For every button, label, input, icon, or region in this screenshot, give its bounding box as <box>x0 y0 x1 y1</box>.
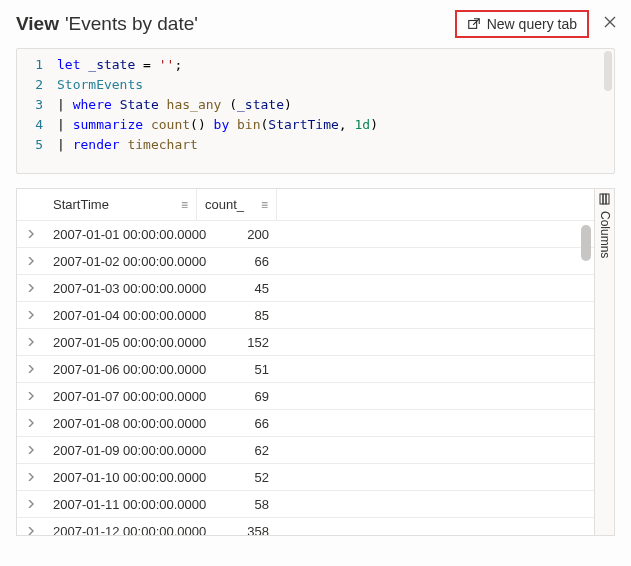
cell-count: 200 <box>197 227 277 242</box>
chevron-right-icon <box>27 527 35 535</box>
cell-count: 152 <box>197 335 277 350</box>
cell-starttime: 2007-01-08 00:00:00.0000 <box>45 416 197 431</box>
query-editor[interactable]: 1let _state = '';2StormEvents3 | where S… <box>16 48 615 174</box>
grid-body[interactable]: 2007-01-01 00:00:00.00002002007-01-02 00… <box>17 221 594 535</box>
chevron-right-icon <box>27 257 35 265</box>
title-group: View 'Events by date' <box>16 13 198 35</box>
table-row[interactable]: 2007-01-04 00:00:00.000085 <box>17 302 594 329</box>
chevron-right-icon <box>27 230 35 238</box>
chevron-right-icon <box>27 338 35 346</box>
row-expander[interactable] <box>17 310 45 321</box>
row-expander[interactable] <box>17 337 45 348</box>
table-row[interactable]: 2007-01-06 00:00:00.000051 <box>17 356 594 383</box>
line-number: 4 <box>17 115 57 135</box>
cell-count: 85 <box>197 308 277 323</box>
close-button[interactable] <box>599 11 621 37</box>
table-row[interactable]: 2007-01-02 00:00:00.000066 <box>17 248 594 275</box>
header-actions: New query tab <box>455 10 621 38</box>
code-line: 4 | summarize count() by bin(StartTime, … <box>17 115 614 135</box>
line-number: 5 <box>17 135 57 155</box>
table-row[interactable]: 2007-01-10 00:00:00.000052 <box>17 464 594 491</box>
chevron-right-icon <box>27 500 35 508</box>
code-text[interactable]: let _state = ''; <box>57 55 182 75</box>
row-expander[interactable] <box>17 364 45 375</box>
table-row[interactable]: 2007-01-07 00:00:00.000069 <box>17 383 594 410</box>
table-row[interactable]: 2007-01-12 00:00:00.0000358 <box>17 518 594 535</box>
row-expander[interactable] <box>17 418 45 429</box>
cell-starttime: 2007-01-02 00:00:00.0000 <box>45 254 197 269</box>
editor-scrollbar[interactable] <box>604 51 612 91</box>
row-expander[interactable] <box>17 526 45 536</box>
cell-starttime: 2007-01-07 00:00:00.0000 <box>45 389 197 404</box>
row-expander[interactable] <box>17 256 45 267</box>
cell-starttime: 2007-01-12 00:00:00.0000 <box>45 524 197 536</box>
cell-starttime: 2007-01-01 00:00:00.0000 <box>45 227 197 242</box>
table-row[interactable]: 2007-01-01 00:00:00.0000200 <box>17 221 594 248</box>
columns-icon <box>599 193 611 205</box>
cell-starttime: 2007-01-06 00:00:00.0000 <box>45 362 197 377</box>
chevron-right-icon <box>27 392 35 400</box>
chevron-right-icon <box>27 284 35 292</box>
cell-starttime: 2007-01-09 00:00:00.0000 <box>45 443 197 458</box>
chevron-right-icon <box>27 419 35 427</box>
new-query-tab-button[interactable]: New query tab <box>455 10 589 38</box>
svg-rect-0 <box>468 21 476 29</box>
line-number: 1 <box>17 55 57 75</box>
grid-header: StartTime ≡ count_ ≡ <box>17 189 594 221</box>
column-header-label: count_ <box>205 197 244 212</box>
row-expander[interactable] <box>17 445 45 456</box>
cell-starttime: 2007-01-03 00:00:00.0000 <box>45 281 197 296</box>
cell-count: 52 <box>197 470 277 485</box>
cell-starttime: 2007-01-10 00:00:00.0000 <box>45 470 197 485</box>
chevron-right-icon <box>27 473 35 481</box>
code-line: 2StormEvents <box>17 75 614 95</box>
column-header-label: StartTime <box>53 197 109 212</box>
row-expander[interactable] <box>17 472 45 483</box>
new-query-tab-label: New query tab <box>487 16 577 32</box>
row-expander[interactable] <box>17 391 45 402</box>
code-text[interactable]: | render timechart <box>57 135 198 155</box>
column-header-count[interactable]: count_ ≡ <box>197 189 277 220</box>
svg-rect-3 <box>606 194 609 204</box>
table-row[interactable]: 2007-01-08 00:00:00.000066 <box>17 410 594 437</box>
table-row[interactable]: 2007-01-09 00:00:00.000062 <box>17 437 594 464</box>
grid-scrollbar-thumb[interactable] <box>581 225 591 261</box>
row-expander[interactable] <box>17 229 45 240</box>
code-line: 5 | render timechart <box>17 135 614 155</box>
cell-count: 45 <box>197 281 277 296</box>
cell-starttime: 2007-01-11 00:00:00.0000 <box>45 497 197 512</box>
chevron-right-icon <box>27 311 35 319</box>
table-row[interactable]: 2007-01-05 00:00:00.0000152 <box>17 329 594 356</box>
panel-header: View 'Events by date' New query tab <box>10 8 621 48</box>
table-row[interactable]: 2007-01-03 00:00:00.000045 <box>17 275 594 302</box>
column-header-starttime[interactable]: StartTime ≡ <box>45 189 197 220</box>
columns-panel-toggle[interactable]: Columns <box>594 189 614 535</box>
cell-count: 69 <box>197 389 277 404</box>
cell-count: 51 <box>197 362 277 377</box>
results-grid: StartTime ≡ count_ ≡ 2007-01-01 00:00:00… <box>17 189 594 535</box>
cell-count: 62 <box>197 443 277 458</box>
results-panel: StartTime ≡ count_ ≡ 2007-01-01 00:00:00… <box>16 188 615 536</box>
row-expander[interactable] <box>17 283 45 294</box>
column-menu-icon[interactable]: ≡ <box>261 198 268 212</box>
cell-count: 66 <box>197 416 277 431</box>
code-text[interactable]: | summarize count() by bin(StartTime, 1d… <box>57 115 378 135</box>
chevron-right-icon <box>27 446 35 454</box>
code-text[interactable]: StormEvents <box>57 75 143 95</box>
cell-starttime: 2007-01-04 00:00:00.0000 <box>45 308 197 323</box>
code-line: 3 | where State has_any (_state) <box>17 95 614 115</box>
cell-count: 66 <box>197 254 277 269</box>
line-number: 3 <box>17 95 57 115</box>
query-name: 'Events by date' <box>65 13 198 35</box>
row-expander[interactable] <box>17 499 45 510</box>
table-row[interactable]: 2007-01-11 00:00:00.000058 <box>17 491 594 518</box>
chevron-right-icon <box>27 365 35 373</box>
column-menu-icon[interactable]: ≡ <box>181 198 188 212</box>
cell-count: 58 <box>197 497 277 512</box>
columns-panel-label: Columns <box>598 211 612 258</box>
code-line: 1let _state = ''; <box>17 55 614 75</box>
code-text[interactable]: | where State has_any (_state) <box>57 95 292 115</box>
close-icon <box>603 15 617 29</box>
view-label: View <box>16 13 59 35</box>
cell-starttime: 2007-01-05 00:00:00.0000 <box>45 335 197 350</box>
